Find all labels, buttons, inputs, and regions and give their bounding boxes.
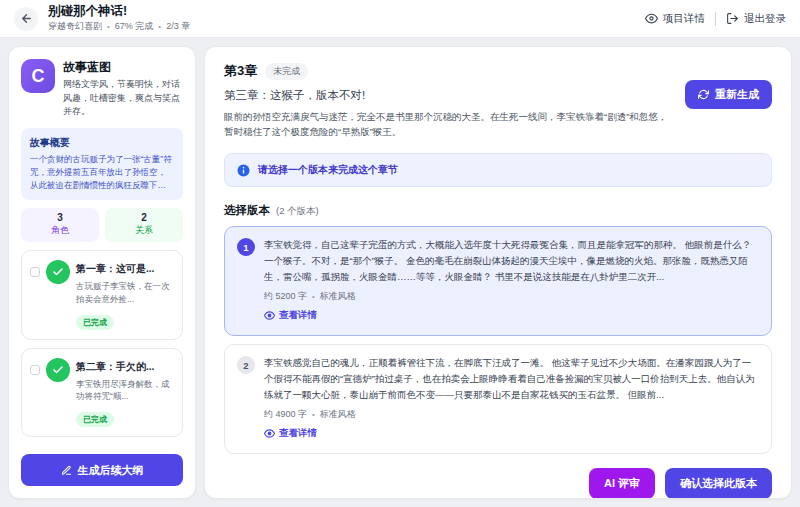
select-version-banner: 请选择一个版本来完成这个章节 <box>224 153 772 187</box>
chapter-list: 第一章：这可是... 古玩贩子李宝铁，在一次拍卖会意外捡... 已完成 第二章：… <box>21 250 183 444</box>
app-root: 别碰那个神话! 穿越奇幻喜剧 • 67% 完成 • 2/3 章 项目详情 退出登… <box>0 0 800 507</box>
version-2-text: 李宝铁感觉自己的魂儿，正顺着裤管往下流，在脚底下汪成了一滩。 他这辈子见过不少大… <box>264 355 759 402</box>
chapter-1-title: 第一章：这可是... <box>76 262 174 276</box>
relations-label: 关系 <box>105 224 183 237</box>
regenerate-button[interactable]: 重新生成 <box>685 80 772 109</box>
version-1-number: 1 <box>237 238 255 256</box>
sidebar-header: C 故事蓝图 网络文学风，节奏明快，对话风趣，吐槽密集，爽点与笑点并存。 <box>21 59 183 119</box>
version-1-style: 标准风格 <box>320 290 356 303</box>
version-card-2[interactable]: 2 李宝铁感觉自己的魂儿，正顺着裤管往下流，在脚底下汪成了一滩。 他这辈子见过不… <box>224 344 772 454</box>
version-1-word-count: 约 5200 字 <box>264 290 307 303</box>
chapter-description: 眼前的孙悟空充满戾气与迷茫，完全不是书里那个沉稳的大圣。在生死一线间，李宝铁靠着… <box>224 109 671 139</box>
logout-icon <box>726 12 739 25</box>
genre-label: 穿越奇幻喜剧 <box>48 20 102 33</box>
versions-section-header: 选择版本 (2 个版本) <box>224 203 772 218</box>
select-version-banner-text: 请选择一个版本来完成这个章节 <box>258 163 398 177</box>
separator-dot: • <box>312 410 315 419</box>
version-actions: AI 评审 确认选择此版本 <box>224 468 772 499</box>
compass-logo-icon: C <box>21 59 55 93</box>
project-details-label: 项目详情 <box>663 12 705 26</box>
separator-dot: • <box>312 292 315 301</box>
logout-label: 退出登录 <box>744 12 786 26</box>
relations-count: 2 <box>105 212 183 223</box>
logout-button[interactable]: 退出登录 <box>726 12 786 26</box>
eye-icon <box>645 12 658 25</box>
characters-label: 角色 <box>21 224 99 237</box>
refresh-icon <box>698 89 709 100</box>
header-divider <box>715 12 716 26</box>
chapter-2-status-badge: 已完成 <box>76 412 114 427</box>
chapter-2-checkbox[interactable] <box>30 365 40 375</box>
arrow-left-icon <box>20 12 33 25</box>
version-2-details-label: 查看详情 <box>279 427 317 440</box>
separator-dot: • <box>158 22 161 31</box>
chapter-1-desc: 古玩贩子李宝铁，在一次拍卖会意外捡... <box>76 280 174 306</box>
version-1-text: 李宝铁觉得，自己这辈子完蛋的方式，大概能入选年度十大死得最冤合集，而且是能拿冠军… <box>264 237 759 284</box>
version-1-meta: 约 5200 字 • 标准风格 <box>264 290 759 303</box>
regenerate-label: 重新生成 <box>715 87 759 102</box>
progress-label: 67% 完成 <box>115 20 154 33</box>
version-card-1[interactable]: 1 李宝铁觉得，自己这辈子完蛋的方式，大概能入选年度十大死得最冤合集，而且是能拿… <box>224 226 772 336</box>
chapter-1-done-icon <box>46 260 70 284</box>
project-details-button[interactable]: 项目详情 <box>645 12 705 26</box>
back-button[interactable] <box>14 7 38 31</box>
story-summary-text: 一个贪财的古玩贩子为了一张“古董”符咒，意外提前五百年放出了孙悟空，从此被迫在剧… <box>30 153 174 193</box>
version-2-meta: 约 4900 字 • 标准风格 <box>264 408 759 421</box>
version-1-details-label: 查看详情 <box>279 309 317 322</box>
chapter-count-label: 2/3 章 <box>166 20 190 33</box>
chapter-card-2[interactable]: 第二章：手欠的... 李宝铁用尽浑身解数，成功将符咒“顺... 已完成 <box>21 348 183 438</box>
eye-icon <box>264 428 275 439</box>
chapter-2-done-icon <box>46 358 70 382</box>
version-2-word-count: 约 4900 字 <box>264 408 307 421</box>
generate-outline-label: 生成后续大纲 <box>78 463 144 478</box>
versions-title: 选择版本 <box>224 203 270 218</box>
version-2-style: 标准风格 <box>320 408 356 421</box>
version-2-details-link[interactable]: 查看详情 <box>264 427 317 440</box>
characters-count: 3 <box>21 212 99 223</box>
chapter-number-label: 第3章 <box>224 62 257 80</box>
generate-outline-button[interactable]: 生成后续大纲 <box>21 454 183 486</box>
app-header: 别碰那个神话! 穿越奇幻喜剧 • 67% 完成 • 2/3 章 项目详情 退出登… <box>0 0 800 38</box>
separator-dot: • <box>107 22 110 31</box>
chapter-header: 第3章 未完成 第三章：这猴子，版本不对! 眼前的孙悟空充满戾气与迷茫，完全不是… <box>224 62 772 139</box>
check-icon <box>52 364 64 376</box>
story-summary-title: 故事概要 <box>30 136 174 150</box>
version-1-details-link[interactable]: 查看详情 <box>264 309 317 322</box>
version-2-number: 2 <box>237 356 255 374</box>
confirm-version-button[interactable]: 确认选择此版本 <box>665 468 772 499</box>
eye-icon <box>264 310 275 321</box>
story-summary-box: 故事概要 一个贪财的古玩贩子为了一张“古董”符咒，意外提前五百年放出了孙悟空，从… <box>21 128 183 201</box>
sidebar-subtitle: 网络文学风，节奏明快，对话风趣，吐槽密集，爽点与笑点并存。 <box>63 78 183 119</box>
header-titles: 别碰那个神话! 穿越奇幻喜剧 • 67% 完成 • 2/3 章 <box>48 4 190 33</box>
stats-row: 3 角色 2 关系 <box>21 208 183 242</box>
sidebar-title: 故事蓝图 <box>63 59 183 76</box>
app-subtitle: 穿越奇幻喜剧 • 67% 完成 • 2/3 章 <box>48 20 190 33</box>
content-area: C 故事蓝图 网络文学风，节奏明快，对话风趣，吐槽密集，爽点与笑点并存。 故事概… <box>0 38 800 507</box>
versions-count: (2 个版本) <box>276 205 319 218</box>
chapter-detail-panel: 第3章 未完成 第三章：这猴子，版本不对! 眼前的孙悟空充满戾气与迷茫，完全不是… <box>204 46 792 499</box>
app-title: 别碰那个神话! <box>48 4 190 19</box>
chapter-2-title: 第二章：手欠的... <box>76 360 174 374</box>
relations-stat[interactable]: 2 关系 <box>105 208 183 242</box>
chapter-2-desc: 李宝铁用尽浑身解数，成功将符咒“顺... <box>76 378 174 404</box>
chapter-card-1[interactable]: 第一章：这可是... 古玩贩子李宝铁，在一次拍卖会意外捡... 已完成 <box>21 250 183 340</box>
chapter-1-checkbox[interactable] <box>30 267 40 277</box>
characters-stat[interactable]: 3 角色 <box>21 208 99 242</box>
pencil-icon <box>61 465 72 476</box>
chapter-1-status-badge: 已完成 <box>76 315 114 330</box>
ai-review-button[interactable]: AI 评审 <box>589 468 655 499</box>
check-icon <box>52 266 64 278</box>
info-icon <box>237 164 250 177</box>
chapter-title: 第三章：这猴子，版本不对! <box>224 88 671 103</box>
header-actions: 项目详情 退出登录 <box>645 12 786 26</box>
story-blueprint-sidebar: C 故事蓝图 网络文学风，节奏明快，对话风趣，吐槽密集，爽点与笑点并存。 故事概… <box>8 46 196 499</box>
incomplete-status-badge: 未完成 <box>265 63 308 80</box>
